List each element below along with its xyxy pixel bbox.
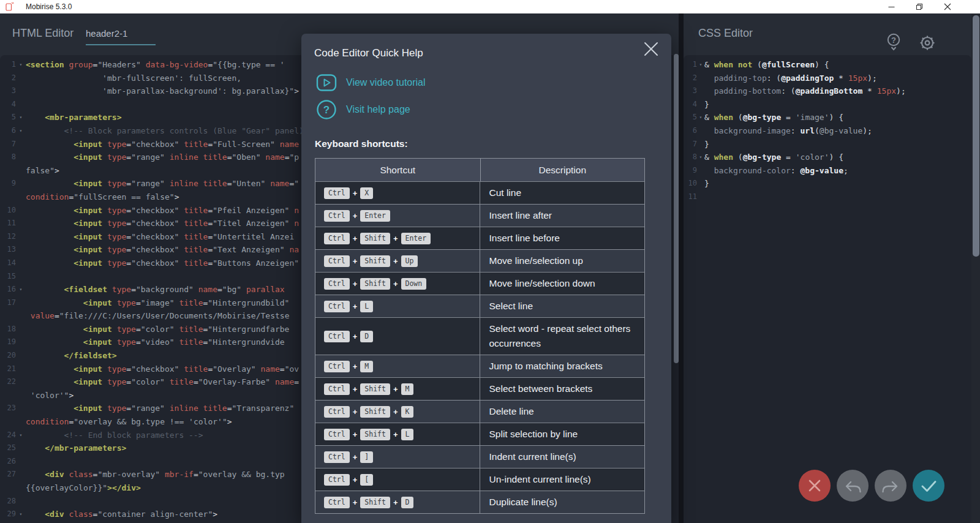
- close-window-button[interactable]: [933, 0, 962, 13]
- plus-separator: +: [353, 332, 358, 341]
- kbd-key: Ctrl: [324, 474, 350, 486]
- table-row: Ctrl+MJump to matching brackets: [315, 355, 644, 377]
- code-line: 4}: [684, 98, 971, 111]
- kbd-key: Ctrl: [324, 406, 350, 418]
- kbd-key: Ctrl: [324, 301, 350, 312]
- kbd-key: M: [401, 383, 414, 395]
- code-line: 9background-color: @bg-value;: [684, 164, 971, 178]
- kbd-key: Down: [401, 278, 427, 290]
- kbd-key: M: [360, 361, 373, 372]
- kbd-key: Ctrl: [324, 255, 350, 267]
- description-cell: Select word - repeat select others occur…: [480, 318, 644, 355]
- plus-separator: +: [353, 279, 358, 288]
- kbd-key: L: [401, 429, 414, 440]
- plus-separator: +: [353, 430, 358, 439]
- description-cell: Indent current line(s): [480, 446, 644, 468]
- kbd-key: Shift: [360, 278, 390, 290]
- action-bar: [799, 470, 944, 502]
- plus-separator: +: [353, 407, 358, 416]
- code-line: 6background-image: url(@bg-value);: [684, 124, 971, 138]
- question-circle-icon: ?: [316, 99, 337, 120]
- window-title: Mobirise 5.3.0: [26, 2, 72, 11]
- kbd-key: Ctrl: [324, 331, 350, 342]
- kbd-key: Shift: [360, 233, 390, 244]
- code-line: 1▾& when not (@fullScreen) {: [684, 58, 971, 72]
- shortcut-cell: Ctrl+Shift+L: [315, 423, 480, 445]
- plus-separator: +: [353, 257, 358, 266]
- css-editor-panel: CSS Editor ? 1▾& when not (@fullScreen) …: [684, 13, 980, 523]
- plus-separator: +: [353, 234, 358, 243]
- apply-button[interactable]: [913, 470, 944, 502]
- shortcut-cell: Ctrl+]: [315, 446, 480, 468]
- shortcut-column-header: Shortcut: [315, 159, 480, 181]
- shortcut-cell: Ctrl+M: [315, 355, 480, 377]
- close-icon[interactable]: [643, 41, 659, 57]
- plus-separator: +: [353, 211, 358, 220]
- table-row: Ctrl+DSelect word - repeat select others…: [315, 317, 644, 355]
- table-row: Ctrl+Shift+DDuplicate line(s): [315, 491, 644, 513]
- kbd-key: Shift: [360, 406, 390, 418]
- description-cell: Jump to matching brackets: [480, 355, 644, 377]
- table-row: Ctrl+EnterInsert line after: [315, 204, 644, 227]
- modal-title: Code Editor Quick Help: [314, 47, 423, 59]
- help-page-label: Visit help page: [346, 104, 410, 115]
- help-page-link[interactable]: ? Visit help page: [316, 99, 410, 120]
- kbd-key: X: [360, 187, 373, 199]
- help-icon[interactable]: ?: [886, 33, 902, 54]
- undo-button[interactable]: [837, 470, 869, 502]
- kbd-key: D: [401, 497, 414, 508]
- kbd-key: Ctrl: [324, 383, 350, 395]
- css-editor-scrollbar-track[interactable]: [971, 13, 980, 523]
- kbd-key: Shift: [360, 429, 390, 440]
- mobirise-window: { "window": { "title": "Mobirise 5.3.0" …: [0, 0, 980, 523]
- code-line: 8▾& when (@bg-type = 'color') {: [684, 151, 971, 164]
- code-line: 3padding-bottom: (@paddingBottom * 15px)…: [684, 85, 971, 98]
- discard-button[interactable]: [799, 470, 831, 502]
- plus-separator: +: [393, 234, 398, 243]
- plus-separator: +: [353, 453, 358, 462]
- plus-separator: +: [353, 385, 358, 394]
- table-row: Ctrl+Shift+MSelect between brackets: [315, 377, 644, 400]
- kbd-key: ]: [360, 451, 373, 463]
- kbd-key: Shift: [360, 383, 390, 395]
- description-cell: Un-indent current line(s): [480, 468, 644, 491]
- table-row: Ctrl+XCut line: [315, 181, 644, 204]
- restore-button[interactable]: [905, 0, 933, 13]
- css-editor-title: CSS Editor: [698, 27, 753, 40]
- plus-separator: +: [393, 407, 398, 416]
- kbd-key: L: [360, 301, 373, 312]
- css-code-area[interactable]: 1▾& when not (@fullScreen) {2padding-top…: [684, 55, 971, 523]
- minimize-button[interactable]: [877, 0, 905, 13]
- plus-separator: +: [353, 362, 358, 371]
- description-cell: Insert line before: [480, 227, 644, 249]
- kbd-key: Shift: [360, 497, 390, 508]
- gear-icon[interactable]: [918, 33, 937, 55]
- code-line: 10}: [684, 177, 971, 190]
- video-tutorial-link[interactable]: View video tutorial: [316, 72, 426, 93]
- description-cell: Move line/selection down: [480, 273, 644, 295]
- kbd-key: Ctrl: [324, 187, 350, 199]
- shortcut-cell: Ctrl+D: [315, 318, 480, 355]
- titlebar: Mobirise 5.3.0: [0, 0, 980, 13]
- shortcuts-heading: Keyboard shortcuts:: [315, 138, 408, 149]
- description-cell: Duplicate line(s): [480, 491, 644, 513]
- kbd-key: Ctrl: [324, 233, 350, 244]
- table-row: Ctrl+]Indent current line(s): [315, 445, 644, 468]
- shortcut-cell: Ctrl+Shift+D: [315, 491, 480, 513]
- table-row: Ctrl+Shift+DownMove line/selection down: [315, 272, 644, 295]
- tab-header2-1[interactable]: header2-1: [86, 28, 156, 45]
- code-line: 5▾& when (@bg-type = 'image') {: [684, 111, 971, 124]
- html-editor-title: HTML Editor: [12, 27, 74, 40]
- table-header-row: Shortcut Description: [315, 159, 644, 181]
- window-controls: [877, 0, 962, 13]
- code-line: 11: [684, 190, 971, 204]
- redo-button[interactable]: [875, 470, 907, 502]
- css-editor-scrollbar-thumb[interactable]: [973, 15, 979, 257]
- plus-separator: +: [353, 498, 358, 507]
- shortcut-cell: Ctrl+Shift+K: [315, 401, 480, 423]
- kbd-key: Ctrl: [324, 429, 350, 440]
- shortcut-cell: Ctrl+[: [315, 468, 480, 491]
- html-editor-scrollbar-thumb[interactable]: [674, 54, 679, 363]
- shortcut-cell: Ctrl+L: [315, 295, 480, 317]
- shortcut-cell: Ctrl+Shift+Enter: [315, 227, 480, 249]
